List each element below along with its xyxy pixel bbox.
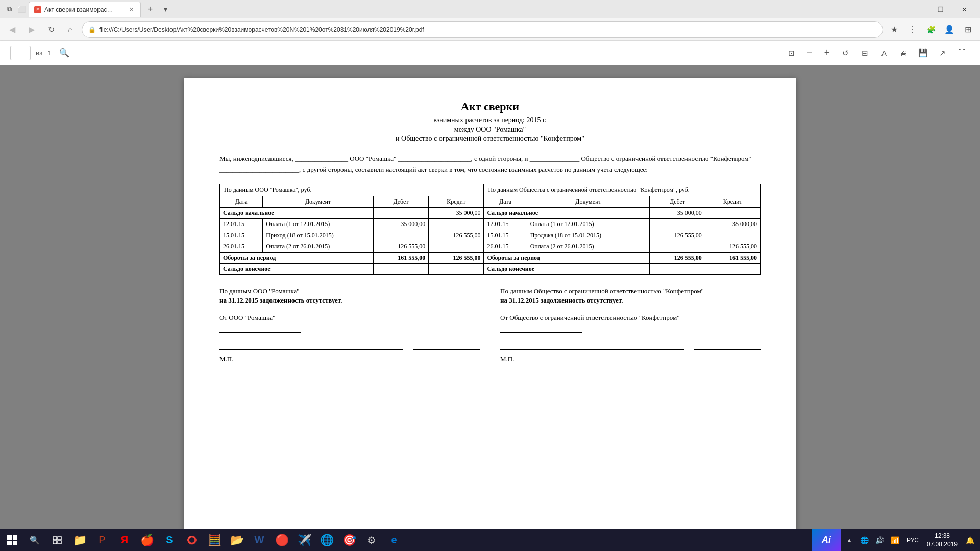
systray-volume[interactable]: 🔊 xyxy=(873,529,887,552)
save-button[interactable]: 💾 xyxy=(915,45,931,61)
taskbar-icon-settings[interactable]: ⚙ xyxy=(360,529,383,552)
taskbar-clock[interactable]: 12:38 07.08.2019 xyxy=(923,532,962,549)
sig-right-line-long xyxy=(500,342,684,350)
address-bar[interactable]: 🔒 file:///C:/Users/User/Desktop/Акт%20св… xyxy=(82,21,883,38)
task-view-button[interactable] xyxy=(46,529,68,552)
svg-rect-6 xyxy=(53,541,57,544)
doc-title: Акт сверки xyxy=(219,100,761,113)
sig-right-lines-row xyxy=(500,342,761,350)
taskbar-icon-explorer[interactable]: 📁 xyxy=(68,529,91,552)
taskbar-icon-app1[interactable]: 🔴 xyxy=(271,529,293,552)
taskbar-icon-origin[interactable]: ⭕ xyxy=(181,529,203,552)
col-header-r-date: Дата xyxy=(484,196,527,208)
text-mode-button[interactable]: A xyxy=(876,45,892,61)
sig-left-lines-row xyxy=(219,342,480,350)
nav-right-actions: ★ ⋮ 🧩 👤 ⊞ xyxy=(886,21,976,38)
fit-page-button[interactable]: ⊡ xyxy=(783,45,799,61)
page-separator: из xyxy=(36,49,42,57)
rotate-button[interactable]: ↺ xyxy=(837,45,853,61)
minimize-button[interactable]: — xyxy=(905,2,929,16)
page-total: 1 xyxy=(47,49,51,57)
svg-rect-1 xyxy=(13,535,17,540)
systray-wifi[interactable]: 📶 xyxy=(888,529,902,552)
taskbar-icon-edge[interactable]: e xyxy=(383,529,405,552)
taskbar-right: Ai ▲ 🌐 🔊 📶 РУС 12:38 07.08.2019 🔔 xyxy=(812,529,979,552)
table-row: Сальдо конечное Сальдо конечное xyxy=(220,264,761,275)
view-mode-button[interactable]: ⊟ xyxy=(856,45,873,61)
svg-rect-0 xyxy=(7,535,12,540)
home-button[interactable]: ⌂ xyxy=(62,21,79,38)
table-row: 15.01.15 Приход (18 от 15.01.2015) 126 5… xyxy=(220,230,761,241)
lock-icon: 🔒 xyxy=(88,26,96,33)
taskbar-ai-button[interactable]: Ai xyxy=(812,529,841,552)
nav-bar: ◀ ▶ ↻ ⌂ 🔒 file:///C:/Users/User/Desktop/… xyxy=(0,18,980,41)
sig-right-title: По данным Общество с ограниченной ответс… xyxy=(500,287,761,295)
restore-button[interactable]: ❐ xyxy=(929,2,952,16)
tab-list-button[interactable]: ▾ xyxy=(159,3,172,15)
taskbar-icon-yandex[interactable]: Я xyxy=(113,529,136,552)
sig-right-line xyxy=(500,332,582,333)
address-text: file:///C:/Users/User/Desktop/Акт%20свер… xyxy=(99,26,876,33)
col-header-r-doc: Документ xyxy=(527,196,650,208)
zoom-in-button[interactable]: + xyxy=(820,46,834,60)
taskbar-icon-skype[interactable]: S xyxy=(158,529,181,552)
close-button[interactable]: ✕ xyxy=(952,2,976,16)
tab-group-icon-2[interactable]: ⬜ xyxy=(16,4,27,14)
col-header-r-debet: Дебет xyxy=(650,196,705,208)
pdf-area[interactable]: Акт сверки взаимных расчетов за период: … xyxy=(0,65,980,551)
sig-left-line xyxy=(219,332,301,333)
browser-window: ⧉ ⬜ P Акт сверки взаиморас… ✕ + ▾ — ❐ ✕ … xyxy=(0,0,980,551)
taskbar-icon-fruit[interactable]: 🍎 xyxy=(136,529,158,552)
svg-rect-3 xyxy=(13,541,17,545)
taskbar-icon-app2[interactable]: 🎯 xyxy=(338,529,360,552)
zoom-out-button[interactable]: − xyxy=(802,46,817,60)
sig-left-title: По данным ООО "Ромашка" xyxy=(219,287,480,295)
svg-rect-2 xyxy=(7,541,12,545)
taskbar-language[interactable]: РУС xyxy=(903,537,922,544)
taskbar-icon-powerpoint[interactable]: P xyxy=(91,529,113,552)
taskbar-time: 12:38 xyxy=(935,532,950,540)
pdf-toolbar: 1 из 1 🔍 ⊡ − + ↺ ⊟ A 🖨 💾 ↗ ⛶ xyxy=(0,41,980,65)
page-number-input[interactable]: 1 xyxy=(10,46,31,60)
signatures-section: По данным ООО "Ромашка" на 31.12.2015 за… xyxy=(219,287,761,363)
bookmark-button[interactable]: ★ xyxy=(886,21,902,38)
print-button[interactable]: 🖨 xyxy=(895,45,912,61)
col-header-l-debet: Дебет xyxy=(373,196,428,208)
sig-left-from: От ООО "Ромашка" xyxy=(219,314,480,322)
fullscreen-button[interactable]: ⛶ xyxy=(953,45,970,61)
active-tab[interactable]: P Акт сверки взаиморас… ✕ xyxy=(29,2,141,17)
col-header-l-date: Дата xyxy=(220,196,263,208)
tab-title: Акт сверки взаиморас… xyxy=(44,6,124,13)
account-button[interactable]: 👤 xyxy=(941,21,958,38)
new-tab-button[interactable]: + xyxy=(143,2,157,16)
start-button[interactable] xyxy=(1,529,23,552)
table-header-left: По данным ООО "Ромашка", руб. xyxy=(220,184,484,196)
systray-network[interactable]: 🌐 xyxy=(857,529,872,552)
notification-center[interactable]: 🔔 xyxy=(963,529,977,552)
taskbar-icon-chrome[interactable]: 🌐 xyxy=(315,529,338,552)
tab-group-icon-1[interactable]: ⧉ xyxy=(4,4,14,14)
doc-intro: Мы, нижеподписавшиеся, ________________ … xyxy=(219,153,761,176)
share-button[interactable]: ↗ xyxy=(934,45,950,61)
sig-left-mp: М.П. xyxy=(219,355,480,363)
pdf-search-button[interactable]: 🔍 xyxy=(56,45,72,61)
taskbar-icon-calculator[interactable]: 🧮 xyxy=(203,529,226,552)
table-header-right: По данным Общества с ограниченной ответс… xyxy=(484,184,761,196)
tab-close-btn[interactable]: ✕ xyxy=(127,6,135,14)
forward-button[interactable]: ▶ xyxy=(23,21,40,38)
systray-up-arrow[interactable]: ▲ xyxy=(842,529,856,552)
reload-button[interactable]: ↻ xyxy=(43,21,59,38)
sig-left-line-long xyxy=(219,342,403,350)
doc-subtitle-2: между ООО "Ромашка" xyxy=(219,126,761,134)
browser-menu-button[interactable]: ⋮ xyxy=(904,21,921,38)
win-controls: — ❐ ✕ xyxy=(905,2,976,16)
back-button[interactable]: ◀ xyxy=(4,21,20,38)
sig-right-line-short xyxy=(694,342,761,350)
col-header-l-doc: Документ xyxy=(263,196,374,208)
taskbar-search-button[interactable]: 🔍 xyxy=(23,529,46,552)
taskbar-icon-files[interactable]: 📂 xyxy=(226,529,248,552)
taskbar-icon-telegram[interactable]: ✈️ xyxy=(293,529,315,552)
sidebar-button[interactable]: ⊞ xyxy=(960,21,976,38)
extensions-button[interactable]: 🧩 xyxy=(923,21,939,38)
taskbar-icon-word[interactable]: W xyxy=(248,529,271,552)
